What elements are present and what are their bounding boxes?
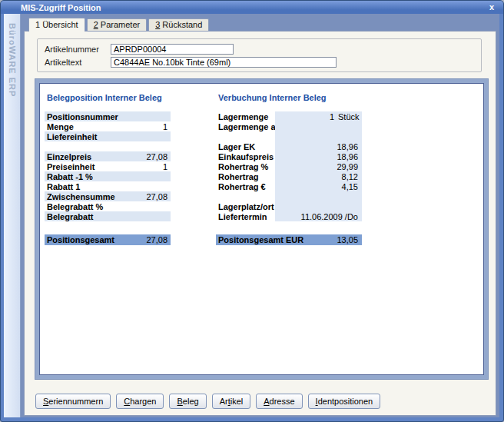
panel-band: Belegposition Interner Beleg Positionsnu…	[35, 78, 489, 380]
row-label: Rohertrag	[216, 172, 275, 181]
row-unit: Stück	[338, 112, 362, 121]
table-row: Rohertrag %29,99	[216, 161, 362, 171]
table-row: Belegrabatt	[45, 211, 171, 221]
artikelnummer-label: Artikelnummer	[45, 45, 111, 54]
row-value: 13,05	[303, 235, 362, 244]
row-value: 1	[126, 122, 171, 131]
verbuchung-column: Verbuchung Interner Beleg Lagermenge1Stü…	[216, 93, 362, 374]
row-label: Rohertrag €	[216, 182, 275, 191]
window-title: MIS-Zugriff Position	[21, 3, 489, 12]
table-row: Lager EK18,96	[216, 141, 362, 151]
brand-label: BüroWARE ERP	[8, 23, 17, 97]
row-label: Rohertrag %	[216, 162, 275, 171]
table-row: Lagermenge altern.	[216, 121, 362, 131]
row-label: Menge	[45, 122, 126, 131]
article-group: Artikelnummer Artikeltext	[37, 38, 482, 72]
table-row: Rabatt -1 %	[45, 171, 171, 181]
row-spacer	[216, 131, 362, 141]
button-identpositionen[interactable]: Identpositionen	[308, 394, 381, 409]
row-value: 27,08	[126, 192, 171, 201]
button-bar: SeriennummernChargenBelegArtikelAdresseI…	[25, 392, 496, 415]
app-window: MIS-Zugriff Position x BüroWARE ERP 1 Üb…	[0, 0, 504, 422]
table-row: Lagermenge1Stück	[216, 111, 362, 121]
row-label: Lagermenge	[216, 112, 275, 121]
row-value: 18,96	[275, 152, 362, 161]
belegposition-column: Belegposition Interner Beleg Positionsnu…	[45, 93, 171, 374]
row-value: 27,08	[126, 235, 171, 244]
row-value-block: 1Stück	[275, 111, 362, 121]
row-value-block: 11.06.2009 /Do	[275, 211, 362, 221]
row-value-block: 4,15	[275, 181, 362, 191]
artikeltext-row: Artikeltext	[45, 55, 474, 68]
left-rows: PositionsnummerMenge1LiefereinheitEinzel…	[45, 111, 171, 245]
table-row: Rohertrag €4,15	[216, 181, 362, 191]
tab-uebersicht[interactable]: 1 Übersicht	[28, 18, 85, 32]
tab-rueckstand[interactable]: 3 Rückstand	[148, 18, 209, 31]
main-area: 1 Übersicht2 Parameter3 Rückstand Artike…	[21, 14, 499, 417]
row-label: Positionsgesamt	[45, 235, 126, 244]
row-label: Rabatt 1	[45, 182, 126, 191]
table-row: Preiseinheit1	[45, 161, 171, 171]
row-value-block: 29,99	[275, 161, 362, 171]
artikeltext-label: Artikeltext	[45, 58, 111, 67]
row-label: Rabatt -1 %	[45, 172, 126, 181]
artikeltext-input[interactable]	[111, 57, 337, 68]
row-value-block	[275, 121, 362, 131]
window-client-area: BüroWARE ERP 1 Übersicht2 Parameter3 Rüc…	[4, 14, 499, 417]
table-row: Positionsgesamt27,08	[45, 234, 171, 245]
row-label: Einkaufspreis	[216, 152, 275, 161]
row-value-block: 18,96	[275, 151, 362, 161]
row-label: Zwischensumme	[45, 192, 126, 201]
table-row: Liefereinheit	[45, 131, 171, 141]
row-spacer	[45, 221, 171, 228]
table-row: Positonsgesamt EUR13,05	[216, 234, 362, 245]
row-value: 18,96	[275, 142, 362, 151]
table-row: Lagerplatz/ort	[216, 201, 362, 211]
row-label: Einzelpreis	[45, 152, 126, 161]
row-label: Liefertermin	[216, 212, 275, 221]
table-row: Einkaufspreis18,96	[216, 151, 362, 161]
row-value: 1	[126, 162, 171, 171]
row-label: Belegrabatt %	[45, 202, 126, 211]
row-spacer	[216, 191, 362, 201]
table-row: Rohertrag8,12	[216, 171, 362, 181]
tab-parameter[interactable]: 2 Parameter	[87, 18, 148, 31]
table-row: Rabatt 1	[45, 181, 171, 191]
button-artikel[interactable]: Artikel	[212, 394, 251, 409]
table-row: Belegrabatt %	[45, 201, 171, 211]
table-row: Einzelpreis27,08	[45, 151, 171, 161]
right-section-heading: Verbuchung Interner Beleg	[216, 93, 362, 111]
artikelnummer-row: Artikelnummer	[45, 42, 474, 55]
close-icon[interactable]: x	[489, 3, 494, 12]
button-beleg[interactable]: Beleg	[169, 394, 206, 409]
titlebar: MIS-Zugriff Position x	[1, 1, 503, 14]
row-value-block: 8,12	[275, 171, 362, 181]
row-value: 4,15	[275, 182, 362, 191]
row-value: 11.06.2009 /Do	[275, 212, 362, 221]
artikelnummer-input[interactable]	[111, 44, 234, 55]
tab-page-uebersicht: Artikelnummer Artikeltext Belegposition …	[24, 31, 496, 416]
row-value: 1	[275, 112, 338, 121]
row-value: 27,08	[126, 152, 171, 161]
row-label: Positionsnummer	[45, 112, 126, 121]
row-value: 8,12	[275, 172, 362, 181]
position-detail-panel: Belegposition Interner Beleg Positionsnu…	[39, 83, 484, 375]
button-chargen[interactable]: Chargen	[116, 394, 164, 409]
row-spacer	[45, 141, 171, 151]
row-value-block: 18,96	[275, 141, 362, 151]
row-value: 29,99	[275, 162, 362, 171]
sidebar-brand-strip: BüroWARE ERP	[4, 14, 21, 417]
table-row: Zwischensumme27,08	[45, 191, 171, 201]
row-label: Lager EK	[216, 142, 275, 151]
row-value-block	[275, 201, 362, 211]
row-label: Positonsgesamt EUR	[216, 235, 303, 244]
button-adresse[interactable]: Adresse	[256, 394, 302, 409]
table-row: Positionsnummer	[45, 111, 171, 121]
row-label: Liefereinheit	[45, 132, 126, 141]
row-label: Preiseinheit	[45, 162, 126, 171]
row-label: Belegrabatt	[45, 212, 126, 221]
row-spacer	[216, 221, 362, 228]
button-seriennummern[interactable]: Seriennummern	[35, 394, 111, 409]
table-row: Liefertermin11.06.2009 /Do	[216, 211, 362, 221]
row-value-block	[275, 131, 362, 141]
